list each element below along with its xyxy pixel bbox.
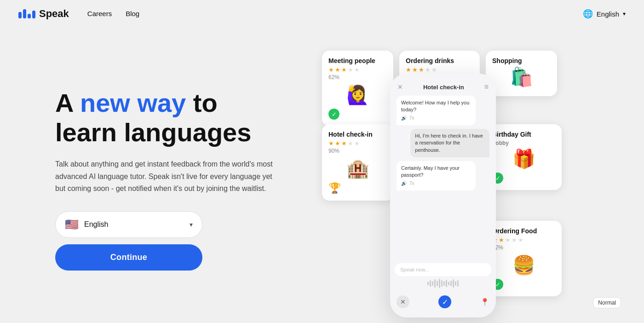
language-selector-dropdown[interactable]: 🇺🇸 English ▾: [55, 211, 202, 238]
logo-text: Speak: [39, 8, 69, 20]
logo[interactable]: Speak: [18, 8, 69, 20]
phone-menu-icon[interactable]: ≡: [484, 83, 489, 91]
card-meeting-people[interactable]: Meeting people ★ ★ ★ ★ ★ 62% 🙋‍♀️ ✓: [322, 51, 393, 126]
card-meeting-title: Meeting people: [328, 57, 387, 64]
chevron-down-icon: ▾: [623, 11, 626, 17]
phone-chat-title: Hotel check-in: [423, 84, 464, 91]
card-birthday-emoji: 🎁: [492, 148, 555, 170]
card-shopping-emoji: 🛍️: [492, 66, 551, 88]
card-food-title: Ordering Food: [492, 227, 555, 235]
speed-icon-2: 7x: [409, 180, 414, 187]
chat-bubble-ai-2: Certainly. May I have your passport? 🔊 7…: [397, 161, 476, 190]
hero-right: Meeting people ★ ★ ★ ★ ★ 62% 🙋‍♀️ ✓ Orde…: [322, 46, 626, 313]
card-ordering-title: Ordering drinks: [406, 57, 473, 64]
hero-left: A new way to learn languages Talk about …: [55, 88, 294, 271]
hero-description: Talk about anything and get instant feed…: [55, 158, 276, 195]
nav-links: Careers Blog: [87, 10, 139, 18]
trophy-icon: 🏆: [328, 182, 387, 194]
phone-close-icon[interactable]: ✕: [397, 83, 403, 91]
selected-language: English: [84, 220, 184, 229]
waveform: [395, 276, 491, 291]
phone-header: ✕ Hotel check-in ≡: [395, 81, 491, 96]
title-part1: A: [55, 88, 80, 117]
card-meeting-percent: 62%: [328, 74, 387, 81]
card-ordering-stars: ★ ★ ★ ★ ★: [406, 66, 473, 73]
chat-bubble-user-1: Hi, I'm here to check in. I have a reser…: [410, 129, 489, 157]
phone-input-area[interactable]: Speak now...: [395, 263, 491, 276]
card-meeting-emoji: 🙋‍♀️: [328, 84, 387, 106]
globe-icon: 🌐: [583, 9, 593, 19]
card-hotel-emoji: 🏨: [328, 158, 387, 179]
normal-badge: Normal: [593, 297, 621, 308]
hero-section: A new way to learn languages Talk about …: [0, 28, 644, 322]
hero-title: A new way to learn languages: [55, 88, 294, 148]
title-line2: learn languages: [55, 118, 251, 147]
card-birthday-subtitle: Lobby: [492, 140, 555, 146]
card-birthday-gift[interactable]: Birthday Gift Lobby 🎁 ✓: [486, 124, 562, 190]
card-shopping[interactable]: Shopping 🛍️: [486, 51, 557, 96]
navbar: Speak Careers Blog 🌐 English ▾: [0, 0, 644, 28]
phone-cancel-button[interactable]: ✕: [397, 295, 409, 308]
logo-icon: [18, 9, 35, 18]
card-food-emoji: 🍔: [492, 254, 555, 276]
card-food-stars: ★ ★ ★ ★ ★: [492, 236, 555, 243]
language-switcher[interactable]: 🌐 English ▾: [583, 9, 626, 19]
card-meeting-check: ✓: [328, 109, 339, 120]
card-birthday-title: Birthday Gift: [492, 131, 555, 138]
card-meeting-stars: ★ ★ ★ ★ ★: [328, 66, 387, 73]
card-hotel-checkin[interactable]: Hotel check-in ★ ★ ★ ★ ★ 90% 🏨 🏆: [322, 124, 393, 201]
audio-icon: 🔊: [401, 115, 407, 121]
phone-mockup: ✕ Hotel check-in ≡ Welcome! How may I he…: [390, 74, 496, 317]
speed-icon: 7x: [409, 115, 414, 121]
continue-button[interactable]: Continue: [55, 244, 202, 271]
nav-careers[interactable]: Careers: [87, 10, 112, 17]
phone-pin-icon: 📍: [480, 298, 489, 306]
title-part2: to: [186, 88, 217, 117]
flag-icon: 🇺🇸: [65, 218, 79, 231]
phone-confirm-button[interactable]: ✓: [438, 295, 451, 308]
phone-controls: ✕ ✓ 📍: [395, 291, 491, 310]
nav-blog[interactable]: Blog: [126, 10, 139, 17]
card-ordering-food[interactable]: Ordering Food ★ ★ ★ ★ ★ 62% 🍔 ✓: [486, 221, 562, 296]
title-highlight: new way: [80, 88, 186, 117]
card-shopping-title: Shopping: [492, 57, 551, 64]
card-hotel-title: Hotel check-in: [328, 131, 387, 138]
chat-bubble-ai-1: Welcome! How may I help you today? 🔊 7x: [397, 96, 476, 125]
phone-input-placeholder: Speak now...: [400, 267, 486, 272]
nav-lang-label: English: [597, 10, 619, 18]
chat-area: Welcome! How may I help you today? 🔊 7x …: [395, 96, 491, 260]
selector-chevron-icon: ▾: [190, 221, 193, 228]
audio-icon-2: 🔊: [401, 180, 407, 187]
card-hotel-stars: ★ ★ ★ ★ ★: [328, 140, 387, 147]
card-food-percent: 62%: [492, 244, 555, 251]
card-hotel-percent: 90%: [328, 148, 387, 154]
